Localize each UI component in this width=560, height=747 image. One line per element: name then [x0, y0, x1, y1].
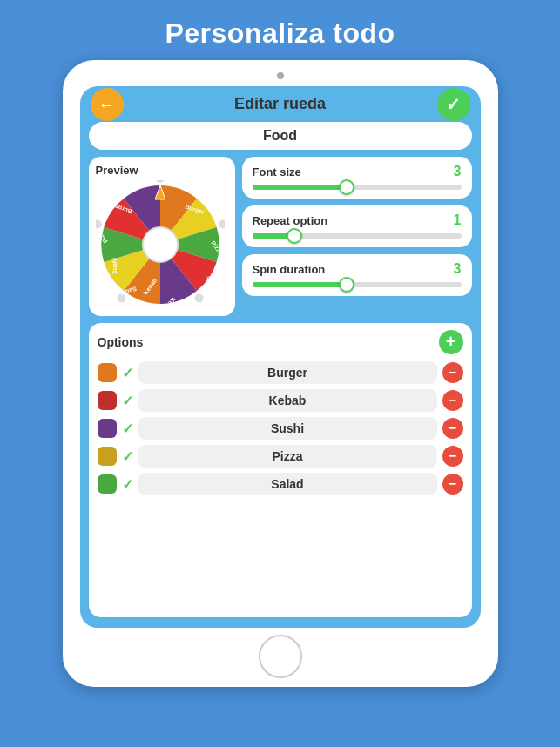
options-header: Options + — [98, 330, 463, 354]
svg-text:Sushi: Sushi — [205, 276, 211, 293]
minus-icon-2: − — [449, 421, 456, 435]
option-color-0 — [98, 363, 117, 382]
option-check-4: ✓ — [122, 476, 133, 493]
repeat-option-card: Repeat option 1 — [242, 205, 472, 247]
svg-point-5 — [96, 220, 102, 229]
spin-duration-fill — [253, 282, 347, 287]
header-title: Editar rueda — [234, 95, 326, 113]
check-icon: ✓ — [446, 94, 461, 115]
controls-box: Font size 3 Repeat option 1 — [242, 157, 472, 316]
option-check-3: ✓ — [122, 448, 133, 465]
options-label: Options — [98, 335, 144, 349]
preview-box: Preview — [89, 157, 235, 316]
option-color-3 — [98, 447, 117, 466]
option-color-4 — [98, 474, 117, 494]
minus-icon-4: − — [449, 477, 456, 491]
font-size-thumb[interactable] — [339, 179, 354, 195]
remove-option-button-3[interactable]: − — [442, 446, 463, 467]
option-row-1: ✓Kebab− — [98, 389, 463, 412]
font-size-fill — [253, 185, 347, 190]
svg-point-2 — [219, 220, 225, 229]
option-name-0[interactable]: Burger — [138, 361, 437, 384]
option-name-4[interactable]: Salad — [138, 473, 437, 495]
wheel-container: Burger Pizza Sushi Kebab Salad Burger Pi… — [96, 180, 225, 309]
option-row-2: ✓Sushi− — [98, 417, 463, 440]
remove-option-button-2[interactable]: − — [442, 418, 463, 439]
svg-text:Sushi: Sushi — [111, 258, 118, 274]
option-check-0: ✓ — [122, 365, 133, 381]
wheel-name-bar: Food — [89, 122, 472, 150]
option-color-1 — [98, 391, 117, 410]
font-size-card: Font size 3 — [242, 157, 472, 199]
options-list: ✓Burger−✓Kebab−✓Sushi−✓Pizza−✓Salad− — [98, 361, 463, 495]
confirm-button[interactable]: ✓ — [437, 88, 470, 121]
remove-option-button-0[interactable]: − — [442, 362, 463, 383]
option-check-2: ✓ — [122, 421, 133, 437]
middle-section: Preview — [89, 157, 472, 316]
plus-icon: + — [446, 333, 456, 350]
option-row-3: ✓Pizza− — [98, 445, 463, 468]
spin-duration-value: 3 — [454, 261, 462, 277]
option-name-3[interactable]: Pizza — [138, 445, 437, 468]
remove-option-button-1[interactable]: − — [442, 390, 463, 411]
minus-icon-3: − — [449, 449, 456, 463]
svg-point-3 — [194, 294, 203, 303]
wheel-svg: Burger Pizza Sushi Kebab Salad Burger Pi… — [96, 180, 225, 309]
spin-duration-card: Spin duration 3 — [242, 254, 472, 296]
spin-duration-label: Spin duration — [253, 263, 326, 276]
option-check-1: ✓ — [122, 393, 133, 409]
tablet-top-dot — [277, 72, 284, 79]
spin-duration-track[interactable] — [253, 282, 462, 287]
option-color-2 — [98, 419, 117, 438]
add-option-button[interactable]: + — [439, 330, 463, 354]
tablet-inner: ← Editar rueda ✓ Food Preview — [80, 86, 481, 628]
font-size-value: 3 — [454, 164, 462, 179]
spin-duration-thumb[interactable] — [339, 277, 354, 293]
home-button[interactable] — [259, 635, 302, 678]
minus-icon-1: − — [449, 394, 456, 407]
page-title: Personaliza todo — [165, 17, 395, 50]
svg-point-0 — [143, 227, 178, 262]
minus-icon-0: − — [449, 366, 456, 380]
tablet: ← Editar rueda ✓ Food Preview — [63, 60, 498, 687]
svg-point-1 — [156, 180, 165, 183]
option-row-0: ✓Burger− — [98, 361, 463, 384]
remove-option-button-4[interactable]: − — [442, 474, 463, 495]
header: ← Editar rueda ✓ — [80, 86, 481, 122]
repeat-option-value: 1 — [454, 212, 462, 228]
preview-label: Preview — [96, 164, 138, 177]
option-name-2[interactable]: Sushi — [138, 417, 437, 440]
font-size-track[interactable] — [253, 185, 462, 190]
option-row-4: ✓Salad− — [98, 473, 463, 495]
back-arrow-icon: ← — [98, 96, 116, 113]
font-size-label: Font size — [253, 165, 301, 178]
option-name-1[interactable]: Kebab — [138, 389, 437, 412]
options-section: Options + ✓Burger−✓Kebab−✓Sushi−✓Pizza−✓… — [89, 323, 472, 617]
repeat-option-track[interactable] — [253, 233, 462, 239]
repeat-option-thumb[interactable] — [287, 228, 302, 244]
back-button[interactable]: ← — [91, 88, 124, 121]
repeat-option-label: Repeat option — [253, 214, 328, 227]
